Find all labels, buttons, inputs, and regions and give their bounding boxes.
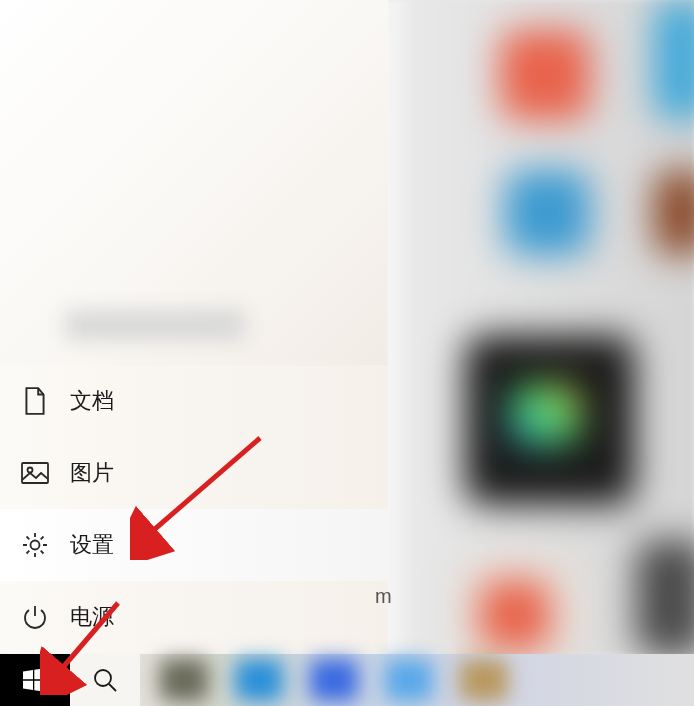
menu-item-label: 电源 xyxy=(70,602,114,632)
svg-point-3 xyxy=(95,670,111,686)
menu-item-power[interactable]: 电源 xyxy=(0,581,388,653)
background-text-fragment: m xyxy=(375,585,392,608)
menu-item-settings[interactable]: 设置 xyxy=(0,509,388,581)
start-menu-left-panel: 文档 图片 设置 xyxy=(0,0,388,654)
windows-logo-icon xyxy=(23,668,47,692)
menu-item-label: 文档 xyxy=(70,386,114,416)
start-button[interactable] xyxy=(0,654,70,706)
taskbar xyxy=(0,654,694,706)
menu-item-pictures[interactable]: 图片 xyxy=(0,437,388,509)
svg-point-2 xyxy=(31,541,40,550)
menu-item-label: 图片 xyxy=(70,458,114,488)
search-icon xyxy=(92,667,118,693)
start-menu-upper-area xyxy=(0,0,388,365)
menu-item-label: 设置 xyxy=(70,530,114,560)
menu-item-documents[interactable]: 文档 xyxy=(0,365,388,437)
picture-icon xyxy=(20,458,50,488)
svg-rect-0 xyxy=(22,463,48,483)
search-button[interactable] xyxy=(70,654,140,706)
svg-point-1 xyxy=(28,468,33,473)
start-menu-items: 文档 图片 设置 xyxy=(0,365,388,653)
power-icon xyxy=(20,602,50,632)
user-name-blurred xyxy=(65,310,245,340)
svg-line-4 xyxy=(109,684,116,691)
gear-icon xyxy=(20,530,50,560)
document-icon xyxy=(20,386,50,416)
